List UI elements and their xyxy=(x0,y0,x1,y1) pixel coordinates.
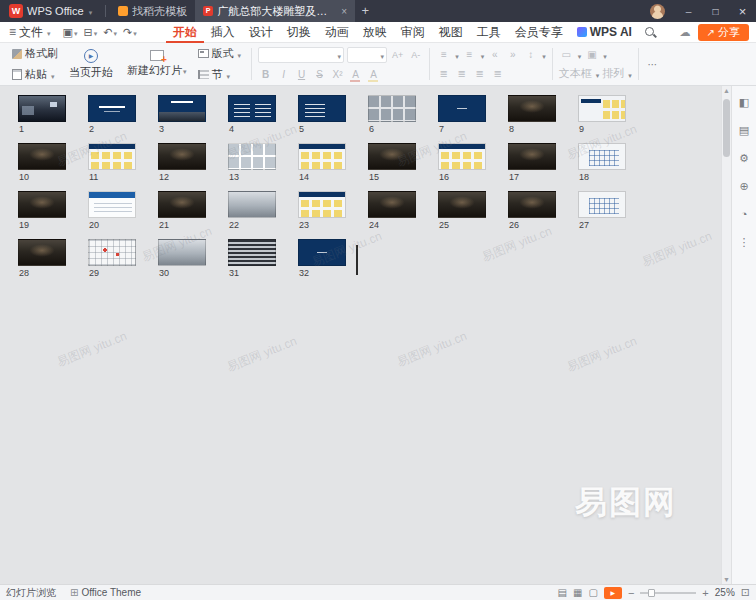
numbered-list-button[interactable] xyxy=(462,47,477,62)
new-tab-button[interactable]: + xyxy=(355,0,375,22)
scroll-down-icon[interactable]: ▼ xyxy=(722,576,731,583)
menu-tab[interactable]: 插入 xyxy=(204,22,242,43)
scrollbar-thumb[interactable] xyxy=(723,99,730,157)
slide-thumbnail[interactable]: 19 xyxy=(18,191,66,230)
align-left-button[interactable] xyxy=(436,66,451,81)
properties-panel-button[interactable] xyxy=(736,94,752,110)
slide-thumbnail[interactable]: 2 xyxy=(88,95,136,134)
slideshow-play-button[interactable] xyxy=(604,587,622,599)
more-panels-button[interactable] xyxy=(736,234,752,250)
italic-button[interactable]: I xyxy=(276,67,291,82)
slide-thumbnail[interactable]: 29 xyxy=(88,239,136,278)
slide-thumbnail[interactable]: 15 xyxy=(368,143,416,182)
slide-thumbnail[interactable]: 26 xyxy=(508,191,556,230)
slide-thumbnail[interactable]: 3 xyxy=(158,95,206,134)
slide-thumbnail[interactable]: 18 xyxy=(578,143,626,182)
slide-thumbnail[interactable]: 20 xyxy=(88,191,136,230)
decrease-font-button[interactable] xyxy=(408,47,423,62)
add-panel-button[interactable] xyxy=(736,178,752,194)
zoom-out-button[interactable] xyxy=(628,587,634,599)
insert-shape-button[interactable] xyxy=(559,47,574,62)
vertical-scrollbar[interactable]: ▲ ▼ xyxy=(721,86,731,584)
menu-tab[interactable]: 会员专享 xyxy=(508,22,570,43)
cloud-sync-icon[interactable] xyxy=(680,25,691,39)
share-button[interactable]: 分享 xyxy=(698,24,749,41)
slide-thumbnail[interactable]: 16 xyxy=(438,143,486,182)
new-slide-button[interactable]: 新建幻灯片 xyxy=(120,48,194,80)
arrange-button[interactable]: 排列 xyxy=(602,66,632,81)
strikethrough-button[interactable]: S xyxy=(312,67,327,82)
print-button[interactable] xyxy=(80,22,100,43)
play-from-current-button[interactable]: 当页开始 xyxy=(62,47,120,82)
menu-tab[interactable]: 设计 xyxy=(242,22,280,43)
document-tab[interactable]: P 广航总部大楼雕塑及软装要求 × xyxy=(195,0,355,22)
justify-button[interactable] xyxy=(490,66,505,81)
underline-button[interactable]: U xyxy=(294,67,309,82)
zoom-slider[interactable] xyxy=(640,592,696,594)
bold-button[interactable]: B xyxy=(258,67,273,82)
zoom-slider-knob[interactable] xyxy=(648,589,655,597)
settings-panel-button[interactable] xyxy=(736,150,752,166)
slide-sorter-view-button[interactable] xyxy=(573,587,582,598)
theme-button[interactable]: Office Theme xyxy=(70,587,141,598)
menu-tab[interactable]: 切换 xyxy=(280,22,318,43)
slide-thumbnail[interactable]: 24 xyxy=(368,191,416,230)
slide-thumbnail[interactable]: 5 xyxy=(298,95,346,134)
slide-thumbnail[interactable]: 4 xyxy=(228,95,276,134)
highlight-color-button[interactable] xyxy=(366,67,381,82)
paste-button[interactable]: 粘贴 xyxy=(8,66,62,83)
menu-tab[interactable]: 工具 xyxy=(470,22,508,43)
menu-tab[interactable]: 动画 xyxy=(318,22,356,43)
font-color-button[interactable] xyxy=(348,67,363,82)
font-size-select[interactable] xyxy=(347,47,387,63)
file-menu-button[interactable]: 文件 xyxy=(0,22,60,43)
align-right-button[interactable] xyxy=(472,66,487,81)
bullet-list-button[interactable] xyxy=(436,47,451,62)
fit-window-button[interactable] xyxy=(741,586,750,599)
slide-thumbnail[interactable]: 27 xyxy=(578,191,626,230)
layout-panel-button[interactable] xyxy=(736,122,752,138)
search-button[interactable] xyxy=(643,22,659,43)
slide-thumbnail[interactable]: 30 xyxy=(158,239,206,278)
menu-tab[interactable]: WPS AI xyxy=(570,22,639,43)
slide-sorter-canvas[interactable]: 1 2 3 4 5 xyxy=(0,86,721,584)
redo-button[interactable] xyxy=(120,22,140,43)
menu-tab[interactable]: 开始 xyxy=(166,22,204,43)
format-painter-button[interactable]: 格式刷 xyxy=(8,45,62,62)
menu-tab[interactable]: 审阅 xyxy=(394,22,432,43)
undo-button[interactable] xyxy=(100,22,120,43)
close-button[interactable] xyxy=(729,0,756,22)
slide-thumbnail[interactable]: 28 xyxy=(18,239,66,278)
slide-thumbnail[interactable]: 11 xyxy=(88,143,136,182)
font-family-select[interactable] xyxy=(258,47,344,63)
normal-view-button[interactable] xyxy=(558,587,567,598)
slide-thumbnail[interactable]: 12 xyxy=(158,143,206,182)
slide-layout-button[interactable]: 版式 xyxy=(194,45,246,62)
insert-picture-button[interactable] xyxy=(584,47,599,62)
reading-view-button[interactable] xyxy=(588,587,597,598)
slide-thumbnail[interactable]: 10 xyxy=(18,143,66,182)
document-tab[interactable]: 找稻壳模板 × xyxy=(110,0,195,22)
user-avatar[interactable] xyxy=(650,4,665,19)
slide-thumbnail[interactable]: 21 xyxy=(158,191,206,230)
insert-textbox-button[interactable]: 文本框 xyxy=(559,66,600,81)
slide-thumbnail[interactable]: 9 xyxy=(578,95,626,134)
superscript-button[interactable]: X² xyxy=(330,67,345,82)
scroll-up-icon[interactable]: ▲ xyxy=(722,87,731,94)
history-panel-button[interactable] xyxy=(736,206,752,222)
increase-indent-button[interactable] xyxy=(505,47,520,62)
maximize-button[interactable] xyxy=(702,0,729,22)
save-button[interactable] xyxy=(60,22,81,43)
slide-thumbnail[interactable]: 17 xyxy=(508,143,556,182)
wps-home-button[interactable]: W WPS Office xyxy=(0,0,101,22)
align-center-button[interactable] xyxy=(454,66,469,81)
slide-thumbnail[interactable]: 8 xyxy=(508,95,556,134)
slide-thumbnail[interactable]: 25 xyxy=(438,191,486,230)
minimize-button[interactable] xyxy=(675,0,702,22)
more-tools-button[interactable] xyxy=(645,57,660,72)
line-spacing-button[interactable] xyxy=(523,47,538,62)
increase-font-button[interactable] xyxy=(390,47,405,62)
decrease-indent-button[interactable] xyxy=(487,47,502,62)
menu-tab[interactable]: 放映 xyxy=(356,22,394,43)
menu-tab[interactable]: 视图 xyxy=(432,22,470,43)
